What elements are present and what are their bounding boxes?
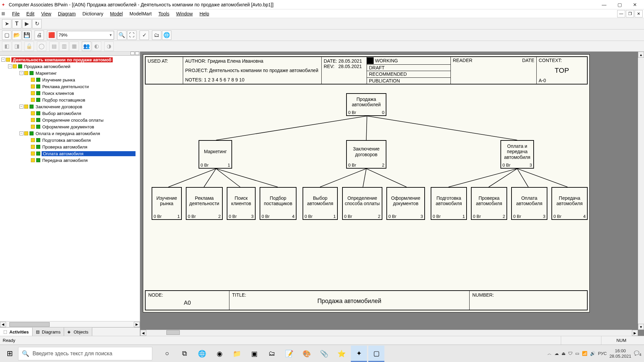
diagram-node-l2[interactable]: Передача автомобиля0 Br4 (551, 187, 588, 220)
zoom-combo[interactable]: 79% ▼ (57, 31, 114, 40)
mdi-minimize-button[interactable]: — (617, 10, 625, 17)
tray-chevron-icon[interactable]: ︿ (547, 351, 552, 357)
diagram-node-l2[interactable]: Выбор автомобиля0 Br1 (303, 187, 338, 220)
refresh-button[interactable]: ↻ (32, 19, 42, 28)
spell-button[interactable]: ✓ (140, 31, 149, 40)
tree-node-sale[interactable]: −Продажа автомобилей (0, 63, 140, 70)
tray-usb-icon[interactable]: ⏏ (561, 351, 566, 356)
diagram-node-l2[interactable]: Подготовка автомобиля0 Br1 (431, 187, 467, 220)
diagram-node-l1[interactable]: Заключение договоров0 Br2 (346, 140, 386, 169)
color-button[interactable]: 🟥 (47, 31, 56, 40)
tree-hscrollbar[interactable]: ◀ ▶ (0, 321, 140, 327)
mm-btn-2[interactable]: ◨ (12, 42, 21, 51)
diagram-node-root[interactable]: Продажа автомобилей0 Br0 (346, 93, 386, 116)
org-button[interactable]: 🗂 (152, 31, 161, 40)
tray-shield-icon[interactable]: 🛡 (568, 351, 573, 356)
globe-button[interactable]: 🌐 (162, 31, 171, 40)
tab-objects[interactable]: ◈Objects (64, 327, 92, 336)
tray-battery-icon[interactable]: ▭ (575, 351, 579, 356)
tree-leaf[interactable]: Реклама деятельности (0, 83, 140, 90)
diagram-node-l2[interactable]: Проверка автомобиля0 Br2 (471, 187, 507, 220)
mdi-close-button[interactable]: ✕ (635, 10, 643, 17)
tree-leaf[interactable]: Проверка автомобиля (0, 143, 140, 150)
scroll-right-icon[interactable]: ▶ (632, 330, 638, 336)
save-button[interactable]: 💾 (22, 31, 32, 40)
scroll-left-icon[interactable]: ◀ (140, 330, 146, 336)
menu-view[interactable]: View (38, 10, 55, 17)
diagram-node-l2[interactable]: Оплата автомобиля0 Br3 (511, 187, 547, 220)
mm-btn-5[interactable]: ▥ (59, 42, 69, 51)
chrome-icon[interactable]: ◉ (211, 346, 227, 362)
scroll-thumb[interactable] (166, 330, 180, 335)
diagram-node-l1[interactable]: Оплата и передача автомобиля0 Br3 (500, 140, 534, 169)
new-button[interactable]: ▢ (2, 31, 11, 40)
folder-icon[interactable]: 🗂 (264, 346, 280, 362)
app-icon-1[interactable]: ▣ (246, 346, 262, 362)
mm-btn-8[interactable]: ◐ (92, 42, 101, 51)
start-button[interactable]: ⊞ (1, 346, 18, 362)
mdi-restore-button[interactable]: ❐ (626, 10, 634, 17)
mm-btn-1[interactable]: ◧ (2, 42, 11, 51)
text-tool-button[interactable]: T (12, 19, 21, 28)
scroll-right-icon[interactable]: ▶ (134, 322, 140, 327)
tray-cloud-icon[interactable]: ☁ (554, 351, 559, 356)
tray-volume-icon[interactable]: 🔊 (590, 351, 595, 356)
mm-lock-button[interactable]: 🔒 (24, 42, 34, 51)
tree-leaf-selected[interactable]: Оплата автомобиля (0, 150, 140, 157)
menu-window[interactable]: Window (173, 10, 196, 17)
bpwin-taskbar-icon[interactable]: ✦ (351, 346, 367, 362)
scroll-down-icon[interactable]: ▼ (638, 324, 644, 330)
tree-node-payment[interactable]: −Оплата и передача автомобиля (0, 130, 140, 137)
tray-language[interactable]: РУС (598, 351, 607, 356)
menu-modelmart[interactable]: ModelMart (126, 10, 155, 17)
menu-help[interactable]: Help (196, 10, 213, 17)
tree-close-icon[interactable] (135, 52, 139, 55)
print-button[interactable]: 🖨 (35, 31, 44, 40)
tray-notification-icon[interactable]: 💬4 (634, 351, 641, 357)
tree-node-contracts[interactable]: −Заключение договоров (0, 103, 140, 110)
menu-tools[interactable]: Tools (155, 10, 173, 17)
diagram-node-l2[interactable]: Поиск клиентов0 Br3 (227, 187, 256, 220)
menu-model[interactable]: Model (107, 10, 126, 17)
mm-btn-9[interactable]: ◑ (104, 42, 114, 51)
tree-leaf[interactable]: Изучение рынка (0, 76, 140, 83)
edge-icon[interactable]: 🌐 (194, 346, 210, 362)
mm-btn-3[interactable]: ◯ (37, 42, 46, 51)
pointer-tool-button[interactable]: ➤ (2, 19, 11, 28)
tree-leaf[interactable]: Передача автомобиля (0, 157, 140, 164)
zoom-fit-button[interactable]: ⛶ (127, 31, 137, 40)
star-icon[interactable]: ⭐ (333, 346, 350, 362)
cortana-icon[interactable]: ○ (159, 346, 175, 362)
diagram-node-l2[interactable]: Реклама деятельности0 Br2 (186, 187, 223, 220)
tree-leaf[interactable]: Поиск клиентов (0, 90, 140, 97)
minimize-button[interactable]: — (596, 0, 612, 9)
diagram-node-l2[interactable]: Оформление документов0 Br3 (386, 187, 425, 220)
canvas-vscrollbar[interactable]: ▲ ▼ (638, 52, 644, 330)
model-tree[interactable]: −Деятельность компании по продаже автомо… (0, 56, 140, 321)
scroll-left-icon[interactable]: ◀ (0, 322, 6, 327)
taskbar-search[interactable]: 🔍 Введите здесь текст для поиска (18, 347, 152, 360)
diagram-node-l2[interactable]: Изучение рынка0 Br1 (152, 187, 182, 220)
mm-btn-6[interactable]: ▦ (69, 42, 79, 51)
tree-leaf[interactable]: Подбор поставщиков (0, 97, 140, 103)
tab-diagrams[interactable]: ▤Diagrams (33, 327, 64, 336)
tree-leaf[interactable]: Оформление документов (0, 123, 140, 130)
mm-btn-4[interactable]: ▤ (49, 42, 59, 51)
scroll-thumb[interactable] (9, 322, 50, 327)
office-icon[interactable]: 📎 (316, 346, 332, 362)
tab-activities[interactable]: ⬚Activities (0, 327, 33, 336)
zoom-app-icon[interactable]: ▢ (368, 346, 384, 362)
diagram-node-l1[interactable]: Маркетинг0 Br1 (199, 140, 232, 169)
notepad-icon[interactable]: 📝 (281, 346, 297, 362)
tree-collapse-icon[interactable] (130, 52, 135, 55)
canvas-hscrollbar[interactable]: ◀ ▶ (140, 330, 638, 336)
diagram-node-l2[interactable]: Подбор поставщиков0 Br4 (260, 187, 297, 220)
open-button[interactable]: 📂 (12, 31, 21, 40)
diagram-node-l2[interactable]: Определение способа оплаты0 Br2 (342, 187, 382, 220)
paint-icon[interactable]: 🎨 (299, 346, 315, 362)
close-button[interactable]: ✕ (627, 0, 643, 9)
tree-leaf[interactable]: Определение способа оплаты (0, 117, 140, 123)
tree-root[interactable]: −Деятельность компании по продаже автомо… (0, 56, 140, 63)
tree-leaf[interactable]: Подготовка автомобиля (0, 137, 140, 143)
menu-dictionary[interactable]: Dictionary (79, 10, 107, 17)
